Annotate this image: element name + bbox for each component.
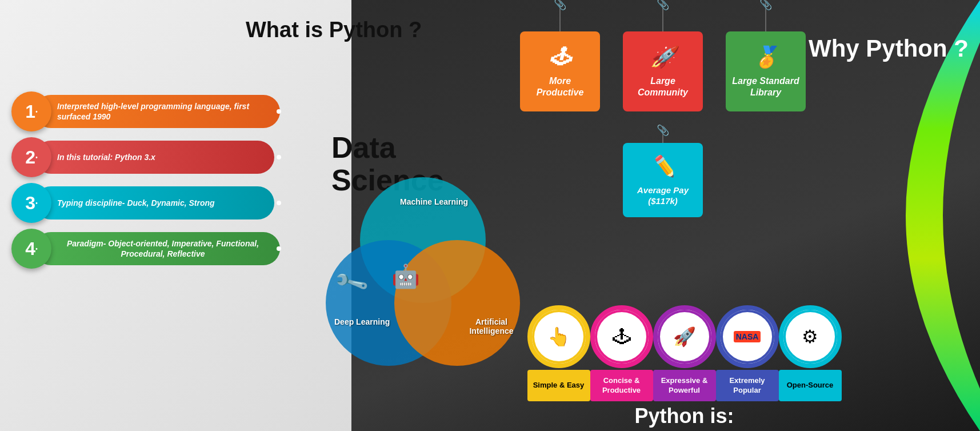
circle-simple-easy-ring: 👆 [527,305,590,368]
pill-4-number: 4• [11,229,51,269]
pill-3-body: Typing discipline- Duck, Dynamic, Strong [34,186,274,220]
python-is-section: 👆 Simple & Easy 🕹 Concise & Productive 🚀… [480,305,889,431]
circle-expressive-powerful: 🚀 Expressive & Powerful [653,305,716,401]
circle-concise-label: Concise & Productive [590,370,653,401]
average-pay-string: 📎 [662,126,663,143]
circle-expressive-ring: 🚀 [653,305,716,368]
large-stdlib-card: 🏅 Large Standard Library [726,31,806,111]
average-pay-card: ✏️ Average Pay ($117k) [623,143,703,217]
circle-simple-easy: 👆 Simple & Easy [527,305,590,401]
medal-icon: 🏅 [753,44,779,71]
pill-1-body: Interpreted high-level programming langu… [34,95,280,128]
circle-extremely-popular: NASA Extremely Popular [716,305,779,401]
circles-row: 👆 Simple & Easy 🕹 Concise & Productive 🚀… [480,305,889,401]
large-stdlib-string: 📎 [765,0,766,31]
speedometer2-icon: 🕹 [613,326,631,348]
money-icon: ✏️ [650,153,676,180]
decorative-arc [889,0,980,431]
large-stdlib-clip: 📎 [759,0,772,11]
more-productive-card: 🕹 More Productive [520,31,600,111]
speedometer-icon: 🕹 [550,44,570,71]
pill-4-body: Paradigm- Object-oriented, Imperative, F… [34,232,280,265]
pill-4-dot [277,246,281,251]
pills-container: 1• Interpreted high-level programming la… [11,91,280,274]
venn-ml-label: Machine Learning [400,197,468,206]
pill-3-number: 3• [11,183,51,223]
circle-expressive-label: Expressive & Powerful [653,370,716,401]
circle-opensource-label: Open-Source [779,370,842,401]
nasa-logo-icon: NASA [734,331,761,342]
large-community-card: 🚀 Large Community [623,31,703,111]
pill-1-dot [277,109,281,114]
pill-2: 2• In this tutorial: Python 3.x [11,137,280,177]
network-icon: ⚙ [802,326,818,348]
pill-2-dot [277,155,281,159]
more-productive-clip: 📎 [554,0,566,11]
python-is-label: Python is: [480,404,889,428]
venn-robot-icon: 🤖 [391,263,420,290]
venn-dl-label: Deep Learning [334,317,390,326]
more-productive-string: 📎 [559,0,561,31]
pill-3: 3• Typing discipline- Duck, Dynamic, Str… [11,183,280,223]
rocket-icon: 🚀 [650,44,676,71]
pill-1: 1• Interpreted high-level programming la… [11,91,280,131]
pill-1-number: 1• [11,91,51,131]
circle-simple-easy-label: Simple & Easy [527,370,590,401]
circle-concise-ring: 🕹 [590,305,653,368]
circle-open-source: ⚙ Open-Source [779,305,842,401]
pill-4: 4• Paradigm- Object-oriented, Imperative… [11,229,280,269]
what-is-python-heading: What is Python ? [246,17,422,43]
pill-2-number: 2• [11,137,51,177]
hand-pointer-icon: 👆 [547,326,570,348]
average-pay-clip: 📎 [657,124,669,137]
circle-concise-productive: 🕹 Concise & Productive [590,305,653,401]
large-community-string: 📎 [662,0,663,31]
large-community-group: 📎 🚀 Large Community [623,0,703,111]
pill-3-dot [277,201,281,205]
circle-popular-ring: NASA [716,305,779,368]
large-stdlib-group: 📎 🏅 Large Standard Library [726,0,806,111]
circle-popular-label: Extremely Popular [716,370,779,401]
average-pay-group: 📎 ✏️ Average Pay ($117k) [623,126,703,217]
circle-opensource-ring: ⚙ [779,305,842,368]
large-community-clip: 📎 [657,0,669,11]
right-section: 📎 🕹 More Productive 📎 🚀 Large Community … [480,0,889,431]
pill-2-body: In this tutorial: Python 3.x [34,141,274,174]
rocket2-icon: 🚀 [673,326,696,348]
more-productive-group: 📎 🕹 More Productive [520,0,600,111]
